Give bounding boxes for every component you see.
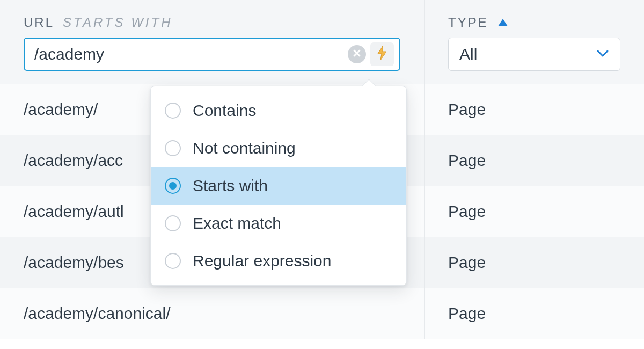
table-row-type: Page	[424, 84, 644, 135]
radio-icon	[165, 140, 181, 156]
radio-icon	[165, 103, 181, 119]
filter-option-regular-expression[interactable]: Regular expression	[151, 242, 406, 280]
url-column-label: URL	[24, 15, 54, 30]
type-column-label: TYPE	[448, 15, 488, 30]
url-input-icons	[348, 42, 394, 66]
filter-option-label: Starts with	[193, 177, 268, 195]
radio-icon	[165, 178, 181, 194]
filter-mode-button[interactable]	[370, 42, 394, 66]
filter-option-not-containing[interactable]: Not containing	[151, 129, 406, 167]
url-column-label-row: URL STARTS WITH	[24, 15, 400, 30]
filter-option-label: Exact match	[193, 214, 281, 232]
table-row-url[interactable]: /academy/canonical/	[0, 288, 424, 339]
type-column-header: TYPE All	[424, 0, 644, 84]
clear-input-button[interactable]	[348, 45, 366, 63]
close-icon	[353, 49, 361, 60]
filter-option-exact-match[interactable]: Exact match	[151, 205, 406, 242]
table-row-type: Page	[424, 186, 644, 237]
radio-icon	[165, 253, 181, 269]
type-filter-select[interactable]: All	[448, 38, 620, 71]
url-filter-input-wrap[interactable]	[24, 38, 400, 71]
filter-option-label: Not containing	[193, 139, 296, 157]
type-filter-value: All	[459, 45, 596, 63]
url-column-header: URL STARTS WITH	[0, 0, 424, 84]
table-row-type: Page	[424, 237, 644, 288]
sort-asc-icon	[497, 18, 509, 27]
filter-option-starts-with[interactable]: Starts with	[151, 167, 406, 205]
table-row-type: Page	[424, 288, 644, 339]
filter-option-contains[interactable]: Contains	[151, 92, 406, 129]
filter-mode-popover: Contains Not containing Starts with Exac…	[150, 86, 407, 286]
type-column-label-row[interactable]: TYPE	[448, 15, 620, 30]
chevron-down-icon	[596, 49, 609, 60]
url-filter-mode-label: STARTS WITH	[63, 15, 172, 30]
filter-option-label: Contains	[193, 101, 256, 120]
url-filter-input[interactable]	[34, 45, 348, 63]
table-row-type: Page	[424, 135, 644, 186]
lightning-icon	[376, 46, 388, 63]
filter-option-label: Regular expression	[193, 252, 331, 270]
radio-icon	[165, 215, 181, 231]
